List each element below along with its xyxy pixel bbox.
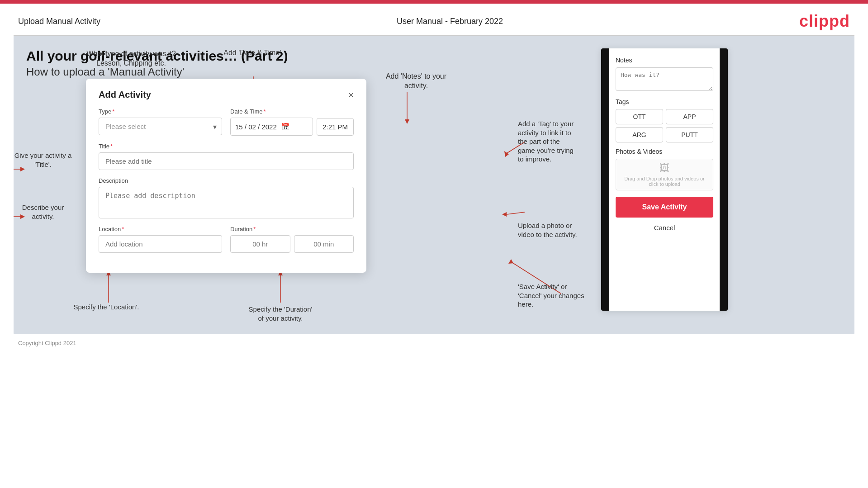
datetime-group: Date & Time* 15 / 02 / 2022 📅 2:21 PM <box>230 108 354 136</box>
phone-right-bar <box>720 48 728 311</box>
phone-panel: Notes Tags OTT APP ARG PUTT Photos & Vid… <box>601 48 728 311</box>
svg-line-17 <box>507 212 525 214</box>
title-field-label: Title* <box>99 143 354 150</box>
top-bar <box>0 0 868 4</box>
location-input[interactable] <box>99 235 222 253</box>
type-label: Type* <box>99 108 222 115</box>
tags-section-label: Tags <box>616 98 713 105</box>
location-group: Location* <box>99 226 222 253</box>
phone-left-bar <box>601 48 609 311</box>
add-activity-modal: Add Activity × Type* Please select Date … <box>86 79 366 273</box>
header: Upload Manual Activity User Manual - Feb… <box>0 4 868 35</box>
tag-putt[interactable]: PUTT <box>666 127 713 142</box>
svg-marker-16 <box>504 151 509 157</box>
duration-label: Duration* <box>230 226 354 232</box>
footer: Copyright Clippd 2021 <box>0 334 868 352</box>
annotation-notes: Add 'Notes' to youractivity. <box>371 72 461 91</box>
description-textarea[interactable] <box>99 187 354 218</box>
annotation-title: Give your activity a'Title'. <box>14 151 72 169</box>
modal-title: Add Activity <box>99 90 151 100</box>
main-content: All your golf-relevant activities… (Part… <box>14 36 854 334</box>
type-select-wrapper: Please select <box>99 118 222 135</box>
modal-header: Add Activity × <box>99 90 354 100</box>
type-group: Type* Please select <box>99 108 222 136</box>
date-value: 15 / 02 / 2022 <box>235 123 277 131</box>
tags-grid: OTT APP ARG PUTT <box>616 109 713 142</box>
notes-input[interactable] <box>616 67 713 91</box>
calendar-icon: 📅 <box>281 123 290 131</box>
phone-content: Notes Tags OTT APP ARG PUTT Photos & Vid… <box>609 48 720 240</box>
duration-hr-input[interactable] <box>230 235 290 253</box>
type-select[interactable]: Please select <box>99 118 222 135</box>
modal-close-button[interactable]: × <box>348 90 354 99</box>
duration-inputs <box>230 235 354 253</box>
annotation-datetime: Add 'Date & Time'. <box>208 48 299 58</box>
location-duration-row: Location* Duration* <box>99 226 354 253</box>
title-group: Title* <box>99 143 354 170</box>
time-input[interactable]: 2:21 PM <box>317 118 354 136</box>
description-group: Description <box>99 177 354 218</box>
type-datetime-row: Type* Please select Date & Time* 15 / 02… <box>99 108 354 136</box>
datetime-label: Date & Time* <box>230 108 354 115</box>
annotation-type: What type of activity was it?Lesson, Chi… <box>81 49 181 68</box>
duration-group: Duration* <box>230 226 354 253</box>
svg-marker-18 <box>502 212 507 217</box>
title-input[interactable] <box>99 152 354 170</box>
date-input[interactable]: 15 / 02 / 2022 📅 <box>230 118 313 136</box>
svg-marker-14 <box>405 119 409 124</box>
tag-app[interactable]: APP <box>666 109 713 124</box>
header-center: User Manual - February 2022 <box>397 17 503 26</box>
datetime-inputs: 15 / 02 / 2022 📅 2:21 PM <box>230 118 354 136</box>
photos-drop-zone[interactable]: 🖼 Drag and Drop photos and videos orclic… <box>616 159 713 190</box>
description-label: Description <box>99 177 354 184</box>
tag-ott[interactable]: OTT <box>616 109 663 124</box>
svg-marker-20 <box>508 259 513 264</box>
photos-drop-text: Drag and Drop photos and videos orclick … <box>620 176 709 187</box>
duration-min-input[interactable] <box>294 235 354 253</box>
notes-section-label: Notes <box>616 57 713 64</box>
time-value: 2:21 PM <box>323 123 348 131</box>
copyright: Copyright Clippd 2021 <box>18 340 76 346</box>
photos-label: Photos & Videos <box>616 148 713 155</box>
save-activity-button[interactable]: Save Activity <box>616 197 713 218</box>
cancel-link[interactable]: Cancel <box>616 222 713 233</box>
logo: clippd <box>799 12 850 31</box>
location-label: Location* <box>99 226 222 232</box>
annotation-location: Specify the 'Location'. <box>68 303 145 312</box>
photo-icon: 🖼 <box>659 162 669 174</box>
tag-arg[interactable]: ARG <box>616 127 663 142</box>
annotation-description: Describe youractivity. <box>14 203 72 221</box>
header-left: Upload Manual Activity <box>18 17 100 26</box>
annotation-duration: Specify the 'Duration'of your activity. <box>231 305 330 322</box>
